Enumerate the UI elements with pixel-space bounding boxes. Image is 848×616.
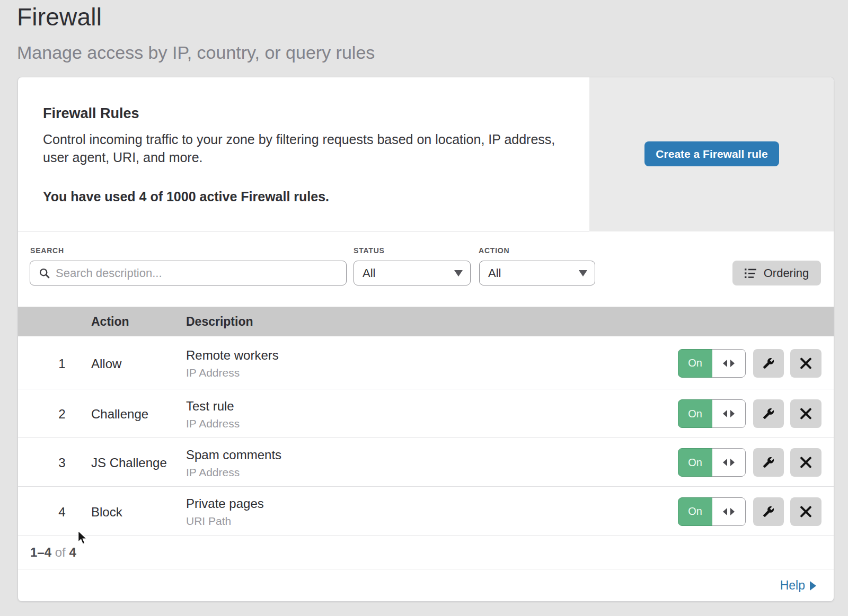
status-select-value: All	[363, 266, 454, 280]
card-description-line2: user agent, URI, and more.	[43, 148, 555, 166]
x-icon	[800, 357, 812, 370]
chevron-down-icon	[454, 270, 463, 276]
delete-rule-button[interactable]	[790, 448, 822, 477]
rule-toggle: On	[678, 349, 746, 378]
toggle-switch-button[interactable]	[712, 399, 746, 428]
column-header-action: Action	[91, 307, 129, 336]
rule-description: Private pages	[186, 496, 264, 511]
toggle-on-button[interactable]: On	[678, 349, 712, 378]
rule-match-type: IP Address	[186, 417, 240, 431]
delete-rule-button[interactable]	[790, 399, 822, 428]
rule-controls: On	[678, 349, 822, 378]
rule-controls: On	[678, 399, 822, 428]
card-description: Control incoming traffic to your zone by…	[43, 130, 555, 166]
mouse-cursor	[77, 530, 89, 546]
rule-description: Test rule	[186, 398, 240, 414]
left-right-arrows-icon	[722, 409, 735, 418]
card-description-line1: Control incoming traffic to your zone by…	[43, 130, 555, 148]
left-right-arrows-icon	[722, 507, 735, 516]
pagination: 1–4 of 4	[18, 535, 834, 569]
usage-note: You have used 4 of 1000 active Firewall …	[43, 188, 329, 205]
create-firewall-rule-button[interactable]: Create a Firewall rule	[644, 141, 779, 166]
wrench-icon	[763, 506, 774, 517]
search-label: SEARCH	[30, 246, 64, 255]
delete-rule-button[interactable]	[790, 497, 822, 526]
rule-description: Spam comments	[186, 447, 281, 462]
column-header-description: Description	[186, 307, 253, 336]
table-row: 4 Block Private pages URI Path On	[18, 487, 834, 535]
edit-rule-button[interactable]	[753, 497, 784, 526]
status-label: STATUS	[354, 246, 385, 255]
table-header: Action Description	[18, 307, 834, 336]
toggle-switch-button[interactable]	[712, 448, 746, 477]
toggle-switch-button[interactable]	[712, 497, 746, 526]
toggle-on-button[interactable]: On	[678, 497, 712, 526]
triangle-right-icon	[810, 581, 816, 591]
wrench-icon	[763, 358, 774, 369]
left-right-arrows-icon	[722, 359, 735, 368]
status-select[interactable]: All	[354, 261, 471, 285]
action-select-value: All	[488, 266, 579, 280]
rule-match-type: IP Address	[186, 466, 281, 479]
x-icon	[800, 456, 812, 469]
rule-toggle: On	[678, 399, 746, 428]
wrench-icon	[763, 457, 774, 468]
x-icon	[800, 407, 812, 420]
page-title: Firewall	[17, 2, 102, 32]
search-icon	[39, 268, 50, 279]
table-row: 2 Challenge Test rule IP Address On	[18, 389, 834, 438]
rule-action: Challenge	[91, 390, 148, 438]
filter-bar: SEARCH STATUS All ACTION All	[18, 232, 834, 307]
pagination-of: of	[55, 545, 66, 559]
rule-action: Block	[91, 488, 122, 536]
x-icon	[800, 505, 812, 518]
card-footer: Help	[18, 569, 834, 602]
table-row: 3 JS Challenge Spam comments IP Address …	[18, 438, 834, 487]
toggle-on-button[interactable]: On	[678, 399, 712, 428]
search-box	[30, 261, 347, 285]
delete-rule-button[interactable]	[790, 349, 822, 378]
rule-priority: 2	[54, 390, 70, 438]
rule-match-type: IP Address	[186, 366, 279, 380]
firewall-rules-card: Firewall Rules Control incoming traffic …	[17, 77, 834, 602]
rule-priority: 4	[54, 488, 70, 536]
page-subtitle: Manage access by IP, country, or query r…	[17, 41, 375, 64]
rule-description: Remote workers	[186, 347, 279, 363]
chevron-down-icon	[579, 270, 587, 276]
search-input[interactable]	[56, 266, 331, 280]
rules-intro-section: Firewall Rules Control incoming traffic …	[18, 77, 834, 231]
rule-match-type: URI Path	[186, 514, 264, 528]
rule-toggle: On	[678, 497, 746, 526]
edit-rule-button[interactable]	[753, 448, 784, 477]
card-heading: Firewall Rules	[43, 104, 139, 122]
rule-priority: 3	[54, 439, 70, 487]
toggle-switch-button[interactable]	[712, 349, 746, 378]
help-link[interactable]: Help	[780, 578, 816, 593]
rule-action: Allow	[91, 337, 121, 390]
rules-table-body: 1 Allow Remote workers IP Address On	[18, 336, 834, 535]
action-select[interactable]: All	[479, 261, 595, 285]
rule-action: JS Challenge	[91, 439, 167, 487]
help-link-label: Help	[780, 578, 805, 593]
rule-controls: On	[678, 497, 822, 526]
edit-rule-button[interactable]	[753, 349, 784, 378]
rule-controls: On	[678, 448, 822, 477]
edit-rule-button[interactable]	[753, 399, 784, 428]
ordering-button-label: Ordering	[764, 266, 809, 280]
rule-priority: 1	[54, 337, 70, 390]
left-right-arrows-icon	[722, 458, 735, 467]
toggle-on-button[interactable]: On	[678, 448, 712, 477]
ordering-list-icon	[745, 268, 756, 279]
pagination-total: 4	[69, 545, 76, 559]
table-row: 1 Allow Remote workers IP Address On	[18, 336, 834, 389]
ordering-button[interactable]: Ordering	[732, 261, 821, 285]
wrench-icon	[763, 408, 774, 419]
rule-toggle: On	[678, 448, 746, 477]
pagination-range: 1–4	[30, 545, 51, 559]
action-label: ACTION	[479, 246, 509, 255]
